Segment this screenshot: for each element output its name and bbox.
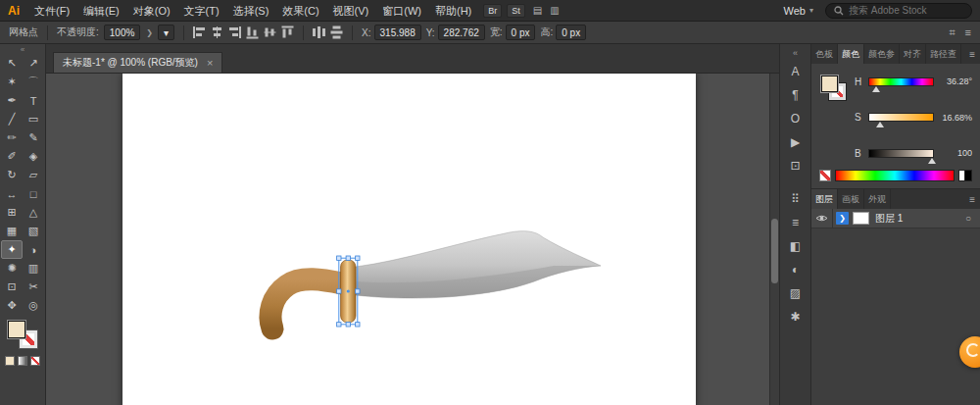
bridge-button[interactable]: Br	[483, 4, 502, 18]
vertical-scrollbar[interactable]	[769, 74, 779, 405]
perspective-grid-tool[interactable]: △	[23, 203, 44, 222]
height-input[interactable]: 0 px	[556, 25, 586, 40]
free-transform-tool[interactable]: □	[23, 184, 44, 203]
slider-value[interactable]: 100	[939, 148, 972, 158]
panel-menu-icon[interactable]: ≡	[965, 26, 971, 38]
pen-tool[interactable]: ✒	[1, 91, 23, 110]
y-input[interactable]: 282.762	[438, 25, 485, 40]
selection-tool[interactable]: ↖	[1, 54, 23, 73]
brushes-panel-icon[interactable]: ▨	[784, 281, 808, 304]
expand-layer-chevron[interactable]: ❯	[836, 212, 849, 225]
gradient-mode-button[interactable]	[18, 356, 27, 366]
panel-tab[interactable]: 图层	[811, 189, 838, 209]
x-input[interactable]: 315.988	[374, 25, 421, 40]
menu-item[interactable]: 选择(S)	[226, 0, 276, 22]
slider-value[interactable]: 36.28°	[939, 76, 972, 86]
character-panel-icon[interactable]: A	[784, 60, 808, 82]
mesh-tool[interactable]: ▦	[1, 222, 23, 240]
artboard-tool[interactable]: ⊡	[1, 278, 23, 296]
application-layout-icon[interactable]: ▥	[550, 5, 559, 16]
black-white-swatches[interactable]	[958, 170, 972, 181]
align-left-button[interactable]	[193, 26, 206, 38]
type-tool[interactable]: T	[23, 91, 44, 110]
align-bottom-button[interactable]	[282, 26, 294, 39]
menu-item[interactable]: 视图(V)	[326, 0, 376, 22]
blend-tool[interactable]: ◑	[23, 240, 44, 259]
color-mode-button[interactable]	[5, 356, 15, 366]
menu-item[interactable]: 对象(O)	[126, 0, 177, 22]
h-slider[interactable]	[868, 77, 934, 86]
gradient-tool[interactable]: ▧	[23, 222, 44, 240]
shaper-tool[interactable]: ✐	[1, 147, 23, 166]
menu-item[interactable]: 文件(F)	[27, 0, 76, 22]
document-tab[interactable]: 未标题-1* @ 100% (RGB/预览) ×	[53, 52, 222, 73]
none-mode-button[interactable]	[30, 356, 40, 366]
eraser-tool[interactable]: ◈	[23, 147, 44, 166]
slider-value[interactable]: 16.68%	[939, 113, 972, 123]
b-slider[interactable]	[868, 149, 934, 158]
menu-item[interactable]: 效果(C)	[275, 0, 325, 22]
artboard[interactable]	[122, 74, 696, 405]
close-icon[interactable]: ×	[207, 57, 213, 69]
slice-tool[interactable]: ✂	[23, 278, 44, 296]
visibility-toggle[interactable]	[811, 209, 833, 228]
rectangle-tool[interactable]: ▭	[23, 110, 44, 128]
shape-builder-tool[interactable]: ⊞	[1, 203, 23, 222]
actions-panel-icon[interactable]: ▶	[784, 130, 808, 153]
symbol-sprayer-tool[interactable]: ✺	[1, 259, 23, 278]
width-input[interactable]: 0 px	[506, 25, 536, 40]
slider-thumb[interactable]	[872, 82, 880, 92]
workspace-switcher[interactable]: Web ▾	[784, 5, 813, 17]
menu-item[interactable]: 编辑(E)	[76, 0, 126, 22]
transform-grid-icon[interactable]: ⌗	[949, 26, 955, 39]
line-segment-tool[interactable]: ╱	[1, 110, 23, 128]
paintbrush-tool[interactable]: ✏	[1, 128, 23, 147]
none-swatch[interactable]	[819, 170, 831, 181]
s-slider[interactable]	[868, 113, 934, 122]
panel-tab[interactable]: 颜色参	[864, 44, 900, 64]
layer-target-icon[interactable]: ○	[965, 213, 973, 224]
distribute-vertical-button[interactable]	[331, 26, 343, 39]
stock-search[interactable]	[825, 3, 972, 19]
fill-swatch[interactable]	[8, 321, 25, 338]
paragraph-panel-icon[interactable]: ¶	[784, 83, 808, 106]
panel-tab[interactable]: 外观	[864, 189, 891, 209]
menu-item[interactable]: 文字(T)	[177, 0, 226, 22]
width-tool[interactable]: ↔	[1, 184, 23, 203]
pencil-tool[interactable]: ✎	[23, 128, 44, 147]
panel-tab[interactable]: 路径查	[926, 44, 961, 64]
layer-name[interactable]: 图层 1	[875, 212, 903, 226]
gradient-panel-icon[interactable]: ◐	[784, 258, 808, 280]
fill-swatch[interactable]	[821, 76, 838, 92]
layer-thumbnail[interactable]	[853, 212, 869, 225]
opacity-stepper-icon[interactable]: ❯	[146, 28, 153, 37]
align-middle-button[interactable]	[265, 26, 276, 39]
search-input[interactable]	[849, 5, 956, 16]
transform-panel-icon[interactable]: ⠿	[784, 187, 808, 210]
collapse-dock-button[interactable]: «	[793, 46, 798, 60]
scale-tool[interactable]: ▱	[23, 166, 44, 184]
stock-button[interactable]: St	[507, 4, 525, 18]
align-top-button[interactable]	[247, 26, 259, 39]
magic-wand-tool[interactable]: ✶	[1, 73, 23, 91]
menu-item[interactable]: 窗口(W)	[375, 0, 428, 22]
eyedropper-tool[interactable]: ✦	[1, 240, 23, 259]
color-spectrum-bar[interactable]	[835, 170, 955, 181]
column-graph-tool[interactable]: ▥	[23, 259, 44, 278]
panel-tab[interactable]: 对齐	[900, 44, 926, 64]
symbols-panel-icon[interactable]: ✱	[784, 305, 808, 328]
slider-thumb[interactable]	[928, 154, 936, 164]
distribute-horizontal-button[interactable]	[313, 26, 325, 38]
hand-tool[interactable]: ✥	[1, 296, 23, 315]
direct-selection-tool[interactable]: ↗	[23, 54, 44, 73]
zoom-tool[interactable]: ◎	[23, 296, 44, 315]
panel-menu-icon[interactable]: ≡	[964, 44, 980, 64]
panel-tab[interactable]: 颜色	[838, 44, 864, 64]
lasso-tool[interactable]: ⌒	[23, 73, 44, 91]
align-center-button[interactable]	[211, 26, 223, 38]
align-panel-icon[interactable]: ≡	[784, 211, 808, 233]
opentype-panel-icon[interactable]: O	[784, 107, 808, 129]
menu-item[interactable]: 帮助(H)	[428, 0, 478, 22]
panel-tab[interactable]: 画板	[838, 189, 864, 209]
style-dropdown[interactable]: ▾	[158, 25, 174, 40]
